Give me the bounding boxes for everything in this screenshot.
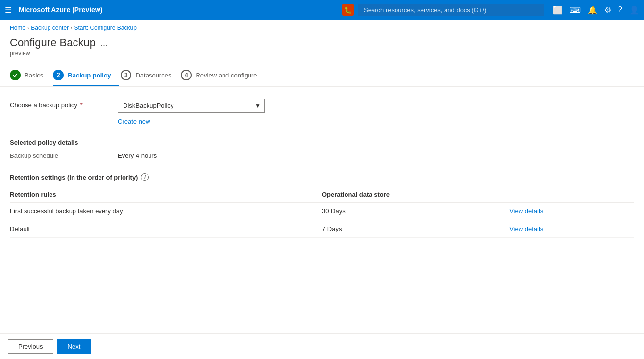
account-icon[interactable]: 👤	[629, 5, 639, 15]
settings-icon[interactable]: ⚙	[604, 5, 611, 15]
svg-point-0	[11, 71, 19, 79]
retention-table-header-row: Retention rules Operational data store	[10, 187, 634, 203]
retention-table-head: Retention rules Operational data store	[10, 187, 634, 203]
breadcrumb-home[interactable]: Home	[10, 25, 25, 31]
info-icon[interactable]: i	[141, 173, 149, 181]
view-details-link-1[interactable]: View details	[509, 207, 543, 215]
nav-icons: ⬜ ⌨ 🔔 ⚙ ? 👤	[553, 5, 639, 15]
col-actions	[509, 187, 634, 203]
backup-policy-dropdown-wrapper: DiskBackupPolicy ▼	[118, 99, 265, 113]
backup-schedule-row: Backup schedule Every 4 hours	[10, 152, 634, 159]
rule-cell-1: First successful backup taken every day	[10, 203, 322, 220]
tab-circle-basics	[10, 70, 21, 80]
breadcrumb-sep-1: ›	[27, 26, 29, 31]
tab-circle-datasources: 3	[121, 70, 131, 80]
breadcrumb: Home › Backup center › Start: Configure …	[0, 20, 644, 34]
tab-label-datasources: Datasources	[135, 72, 171, 79]
search-input[interactable]	[358, 4, 544, 16]
col-operational-data-store: Operational data store	[322, 187, 509, 203]
top-nav: ☰ Microsoft Azure (Preview) 🐛 ⬜ ⌨ 🔔 ⚙ ? …	[0, 0, 644, 20]
table-row: First successful backup taken every day …	[10, 203, 634, 220]
tab-review[interactable]: 4 Review and configure	[181, 66, 265, 86]
required-star: *	[80, 102, 83, 109]
hamburger-icon[interactable]: ☰	[5, 5, 12, 15]
app-title: Microsoft Azure (Preview)	[19, 6, 338, 14]
retention-title: Retention settings (in the order of prio…	[10, 174, 138, 181]
data-store-cell-2: 7 Days	[322, 220, 509, 238]
retention-table: Retention rules Operational data store F…	[10, 187, 634, 238]
retention-header: Retention settings (in the order of prio…	[10, 173, 634, 181]
help-icon[interactable]: ?	[618, 5, 622, 14]
feedback-icon[interactable]: ⬜	[553, 5, 563, 15]
backup-policy-control: DiskBackupPolicy ▼	[118, 99, 265, 113]
retention-table-body: First successful backup taken every day …	[10, 203, 634, 238]
backup-policy-select[interactable]: DiskBackupPolicy	[118, 99, 265, 113]
tab-backup-policy[interactable]: 2 Backup policy	[53, 66, 119, 86]
col-retention-rules: Retention rules	[10, 187, 322, 203]
policy-details-title: Selected policy details	[10, 139, 634, 146]
backup-schedule-label: Backup schedule	[10, 152, 118, 159]
tab-label-review: Review and configure	[196, 72, 257, 79]
table-row: Default 7 Days View details	[10, 220, 634, 238]
cloud-shell-icon[interactable]: ⌨	[570, 5, 581, 15]
create-new-link[interactable]: Create new	[118, 118, 150, 125]
tab-circle-review: 4	[181, 70, 192, 80]
data-store-cell-1: 30 Days	[322, 203, 509, 220]
bug-icon[interactable]: 🐛	[342, 4, 354, 16]
page-title: Configure Backup	[10, 36, 96, 49]
tab-datasources[interactable]: 3 Datasources	[121, 66, 179, 86]
breadcrumb-sep-2: ›	[71, 26, 72, 31]
tabs: Basics 2 Backup policy 3 Datasources 4 R…	[0, 57, 644, 87]
rule-cell-2: Default	[10, 220, 322, 238]
page-header: Configure Backup ...	[0, 34, 644, 49]
tab-circle-backup-policy: 2	[53, 70, 64, 80]
view-details-link-2[interactable]: View details	[509, 225, 543, 232]
tab-label-backup-policy: Backup policy	[68, 72, 111, 79]
action-cell-2: View details	[509, 220, 634, 238]
backup-schedule-value: Every 4 hours	[118, 152, 157, 159]
breadcrumb-configure-backup[interactable]: Start: Configure Backup	[74, 25, 136, 31]
main-content: Choose a backup policy * DiskBackupPolic…	[0, 87, 644, 250]
tab-label-basics: Basics	[25, 72, 43, 79]
backup-policy-row: Choose a backup policy * DiskBackupPolic…	[10, 99, 634, 113]
tab-basics[interactable]: Basics	[10, 66, 51, 86]
notifications-icon[interactable]: 🔔	[588, 5, 597, 15]
page-subtitle: preview	[0, 49, 644, 57]
backup-policy-label: Choose a backup policy *	[10, 99, 118, 109]
breadcrumb-backup-center[interactable]: Backup center	[31, 25, 69, 31]
action-cell-1: View details	[509, 203, 634, 220]
page-more-button[interactable]: ...	[100, 38, 108, 48]
